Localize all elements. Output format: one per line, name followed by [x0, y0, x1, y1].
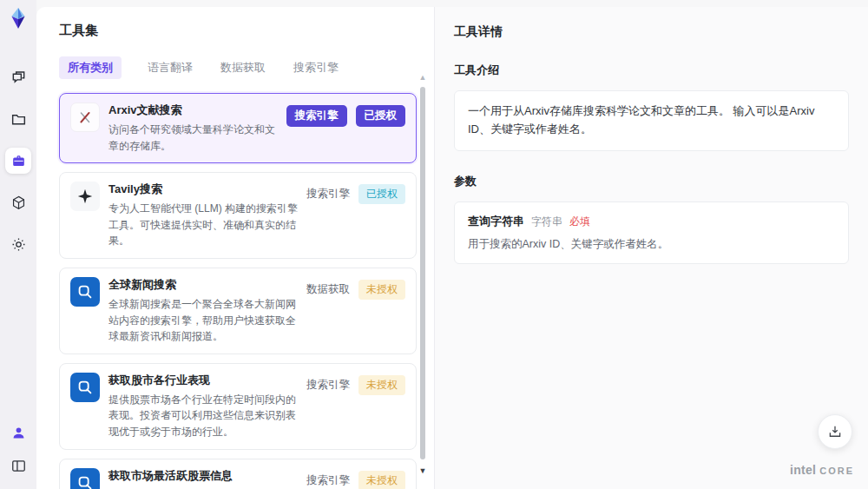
sidebar-item-account[interactable] — [5, 420, 31, 446]
category-badge: 搜索引擎 — [286, 105, 347, 127]
tool-name: 全球新闻搜索 — [108, 277, 298, 293]
chat-icon — [10, 69, 27, 86]
auth-status-badge: 已授权 — [356, 105, 406, 127]
cube-icon — [10, 195, 27, 211]
app-logo-icon — [7, 7, 30, 30]
panel-toggle-icon — [10, 458, 27, 474]
tab-category-1[interactable]: 语言翻译 — [146, 56, 194, 79]
tool-desc: 全球新闻搜索是一个聚合全球各大新闻网站内容的搜索引擎，帮助用户快速获取全球最新资… — [108, 296, 298, 345]
left-rail — [0, 0, 36, 489]
tool-card[interactable]: Tavily搜索专为人工智能代理 (LLM) 构建的搜索引擎工具。可快速提供实时… — [59, 172, 417, 259]
app-window: 工具集 所有类别语言翻译数据获取搜索引擎 Arxiv文献搜索访问各个研究领域大量… — [0, 0, 868, 489]
intro-card: 一个用于从Arxiv存储库搜索科学论文和文章的工具。 输入可以是Arxiv ID… — [454, 90, 849, 151]
tool-name: 获取市场最活跃股票信息 — [108, 468, 298, 484]
tab-category-0[interactable]: 所有类别 — [59, 56, 122, 79]
tavily-icon — [70, 182, 100, 211]
user-icon — [10, 425, 27, 441]
intro-section-title: 工具介绍 — [454, 63, 849, 78]
tool-desc: 提供股票市场各个行业在特定时间段内的表现。投资者可以利用这些信息来识别表现优于或… — [108, 392, 298, 440]
param-required-badge: 必填 — [569, 215, 590, 229]
folder-icon — [10, 111, 27, 128]
auth-status-badge: 已授权 — [358, 184, 405, 204]
scroll-down-icon[interactable]: ▼ — [418, 466, 427, 475]
tool-list: Arxiv文献搜索访问各个研究领域大量科学论文和文章的存储库。搜索引擎已授权Ta… — [59, 93, 417, 489]
category-badge: 数据获取 — [306, 280, 350, 300]
intro-text: 一个用于从Arxiv存储库搜索科学论文和文章的工具。 输入可以是Arxiv ID… — [468, 102, 835, 139]
sidebar-item-tools[interactable] — [5, 148, 31, 174]
sidebar-item-collapse[interactable] — [5, 453, 31, 479]
category-tabs: 所有类别语言翻译数据获取搜索引擎 — [59, 56, 434, 79]
tool-card[interactable]: 全球新闻搜索全球新闻搜索是一个聚合全球各大新闻网站内容的搜索引擎，帮助用户快速获… — [59, 268, 417, 354]
tool-desc: 专为人工智能代理 (LLM) 构建的搜索引擎工具。可快速提供实时、准确和真实的结… — [108, 201, 298, 249]
tool-desc: 访问各个研究领域大量科学论文和文章的存储库。 — [108, 122, 278, 154]
params-section-title: 参数 — [454, 174, 849, 189]
download-button[interactable] — [818, 414, 852, 449]
tool-name: Arxiv文献搜索 — [108, 102, 278, 118]
tool-name: Tavily搜索 — [108, 182, 298, 197]
sidebar-item-settings[interactable] — [5, 231, 31, 257]
scrollbar-thumb[interactable] — [420, 87, 425, 459]
main-area: 工具集 所有类别语言翻译数据获取搜索引擎 Arxiv文献搜索访问各个研究领域大量… — [36, 0, 868, 489]
param-desc: 用于搜索的Arxiv ID、关键字或作者姓名。 — [468, 237, 835, 252]
auth-status-badge: 未授权 — [358, 280, 405, 300]
scroll-up-icon[interactable]: ▲ — [418, 73, 427, 82]
blue-search-icon — [70, 373, 100, 402]
tab-category-3[interactable]: 搜索引擎 — [292, 56, 340, 79]
auth-status-badge: 未授权 — [358, 375, 405, 395]
gear-icon — [10, 236, 27, 253]
sidebar-item-packages[interactable] — [5, 189, 31, 215]
param-name: 查询字符串 — [468, 214, 524, 229]
param-type: 字符串 — [531, 215, 562, 229]
blue-search-icon — [70, 468, 100, 489]
sidebar-item-chat[interactable] — [5, 64, 31, 90]
tool-card[interactable]: 获取股市各行业表现提供股票市场各个行业在特定时间段内的表现。投资者可以利用这些信… — [59, 363, 417, 450]
category-badge: 搜索引擎 — [306, 471, 350, 489]
arxiv-icon — [70, 102, 100, 132]
detail-title: 工具详情 — [454, 24, 849, 40]
blue-search-icon — [70, 277, 100, 307]
sidebar-item-files[interactable] — [5, 106, 31, 132]
tool-detail-panel: 工具详情 工具介绍 一个用于从Arxiv存储库搜索科学论文和文章的工具。 输入可… — [434, 7, 868, 489]
param-card: 查询字符串 字符串 必填 用于搜索的Arxiv ID、关键字或作者姓名。 — [454, 202, 849, 264]
intel-core-logo: intel CORE — [790, 463, 854, 477]
toolbox-icon — [10, 153, 27, 169]
download-icon — [827, 424, 843, 439]
category-badge: 搜索引擎 — [306, 184, 350, 204]
tool-list-panel: 工具集 所有类别语言翻译数据获取搜索引擎 Arxiv文献搜索访问各个研究领域大量… — [36, 7, 434, 489]
auth-status-badge: 未授权 — [358, 471, 405, 489]
page-title: 工具集 — [59, 23, 434, 39]
tool-name: 获取股市各行业表现 — [108, 373, 298, 388]
tool-card[interactable]: 获取市场最活跃股票信息提供当天交易量最高的股票列表，投资者可以利用这些信息来识别… — [59, 459, 417, 489]
tool-card[interactable]: Arxiv文献搜索访问各个研究领域大量科学论文和文章的存储库。搜索引擎已授权 — [59, 93, 417, 163]
scrollbar[interactable]: ▲ ▼ — [418, 68, 427, 486]
tab-category-2[interactable]: 数据获取 — [219, 56, 267, 79]
category-badge: 搜索引擎 — [306, 375, 350, 395]
